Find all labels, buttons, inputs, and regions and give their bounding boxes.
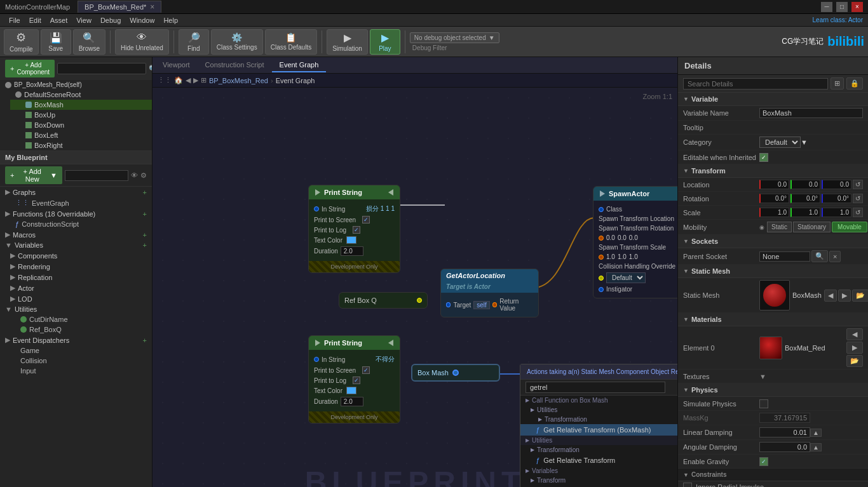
macros-add-btn[interactable]: +	[143, 231, 147, 239]
maximize-btn[interactable]: □	[836, 2, 848, 12]
static-btn[interactable]: Static	[767, 222, 792, 232]
game-item[interactable]: Game	[0, 345, 152, 356]
play-btn[interactable]: ▶ Play	[370, 29, 400, 55]
duration-input-1[interactable]	[341, 246, 363, 256]
menu-file[interactable]: File	[5, 17, 24, 24]
find-btn[interactable]: 🔎 Find	[179, 29, 209, 55]
functions-section[interactable]: ▶ Functions (18 Overridable) +	[0, 208, 152, 219]
dispatchers-add-btn[interactable]: +	[143, 337, 147, 344]
functions-add-btn[interactable]: +	[143, 210, 147, 218]
breadcrumb-home-icon[interactable]: 🏠	[174, 76, 183, 84]
get-actor-location-node[interactable]: GetActorLocation Target is Actor Target …	[440, 269, 539, 317]
menu-debug[interactable]: Debug	[97, 17, 125, 24]
tree-item-self[interactable]: BP_BoxMesh_Red(self)	[0, 80, 152, 90]
box-mash-node[interactable]: Box Mash	[411, 364, 500, 382]
utilities-section[interactable]: ▼ Utilities	[0, 304, 152, 314]
socket-search-btn[interactable]: 🔍	[811, 250, 828, 262]
ref-boxq-item[interactable]: Ref_BoxQ	[0, 324, 152, 335]
enable-gravity-cb[interactable]	[759, 457, 768, 466]
menu-asset[interactable]: Asset	[46, 17, 72, 24]
eye-icon[interactable]: 👁	[131, 171, 138, 179]
tab-close[interactable]: ×	[150, 3, 154, 11]
print-to-log-cb[interactable]	[353, 226, 360, 234]
mesh-back-btn[interactable]: ◀	[824, 290, 837, 302]
movable-btn[interactable]: Movable	[832, 222, 867, 232]
hide-unrelated-btn[interactable]: 👁 Hide Unrelated	[115, 29, 169, 55]
my-bp-search[interactable]	[65, 170, 128, 181]
parent-socket-input[interactable]	[759, 251, 810, 262]
menu-view[interactable]: View	[72, 17, 95, 24]
ac-get-rel-transform[interactable]: ƒ Get Relative Transform	[520, 455, 677, 466]
compile-btn[interactable]: ⚙ Compile	[4, 29, 39, 55]
menu-edit[interactable]: Edit	[25, 17, 45, 24]
mesh-open-btn[interactable]: 📂	[852, 290, 868, 302]
simulation-btn[interactable]: ▶ Simulation	[327, 29, 368, 55]
class-defaults-btn[interactable]: 📋 Class Defaults	[265, 29, 317, 55]
graphs-section[interactable]: ▶ Graphs +	[0, 187, 152, 197]
scale-reset-btn[interactable]: ↺	[853, 208, 863, 217]
details-search-input[interactable]	[683, 78, 828, 90]
ac-variables-group[interactable]: Variables	[520, 466, 677, 476]
details-expand-btn[interactable]: ⊞	[831, 77, 844, 90]
lod-section[interactable]: ▶ LOD	[0, 293, 152, 304]
loc-reset-btn[interactable]: ↺	[853, 180, 863, 189]
breadcrumb-root[interactable]: BP_BoxMesh_Red	[209, 77, 268, 84]
actor-section[interactable]: ▶ Actor	[0, 283, 152, 293]
variable-section-title[interactable]: Variable	[678, 93, 868, 106]
ac-transformation-subgroup-2[interactable]: Transformation	[520, 445, 677, 455]
macros-section[interactable]: ▶ Macros +	[0, 229, 152, 240]
mass-kg-input[interactable]	[759, 413, 810, 423]
category-select[interactable]: Default	[759, 137, 801, 148]
variables-add-btn[interactable]: +	[143, 241, 147, 249]
text-color-swatch[interactable]	[346, 236, 356, 244]
mat-back-btn[interactable]: ◀	[846, 328, 863, 340]
browse-btn[interactable]: 🔍 Browse	[73, 29, 105, 55]
socket-clear-btn[interactable]: ×	[829, 251, 841, 262]
duration-input-2[interactable]	[341, 397, 363, 406]
components-section[interactable]: ▶ Components	[0, 250, 152, 261]
viewport-tab[interactable]: Viewport	[155, 58, 198, 72]
mat-fwd-btn[interactable]: ▶	[846, 342, 863, 354]
debug-object-selector[interactable]: No debug object selected ▼	[410, 32, 499, 43]
linear-damping-up[interactable]: ▲	[810, 429, 822, 437]
menu-window[interactable]: Window	[126, 17, 158, 24]
minimize-btn[interactable]: ─	[821, 2, 832, 12]
stationary-btn[interactable]: Stationary	[793, 222, 831, 232]
construction-script-tab[interactable]: Construction Script	[198, 58, 272, 72]
menu-help[interactable]: Help	[159, 17, 182, 24]
ac-get-rel-transform-boxmash[interactable]: ƒ Get Relative Transform (BoxMash)	[520, 424, 677, 436]
tab-blueprint[interactable]: BP_BoxMesh_Red*	[85, 3, 146, 11]
details-lock-btn[interactable]: 🔒	[846, 77, 863, 90]
ref-box-q-node[interactable]: Ref Box Q	[339, 292, 428, 309]
ac-transformation-subgroup-1[interactable]: Transformation	[520, 415, 677, 424]
ac-utilities-group[interactable]: Utilities	[520, 436, 677, 445]
angular-damping-up[interactable]: ▲	[810, 443, 822, 451]
mat-open-btn[interactable]: 📂	[846, 355, 863, 367]
event-dispatchers-section[interactable]: ▶ Event Dispatchers +	[0, 335, 152, 345]
rendering-section[interactable]: ▶ Rendering	[0, 261, 152, 272]
angular-damping-input[interactable]	[759, 442, 810, 452]
ac-call-function-group[interactable]: Call Function on Box Mash	[520, 396, 677, 405]
breadcrumb-back-icon[interactable]: ◀	[186, 76, 191, 84]
collision-item[interactable]: Collision	[0, 356, 152, 366]
cutdirname-item[interactable]: CutDirName	[0, 314, 152, 324]
constraints-section-title[interactable]: Constraints	[678, 469, 868, 481]
print-to-screen-cb-2[interactable]	[362, 366, 370, 374]
variables-section[interactable]: ▼ Variables +	[0, 240, 152, 250]
replication-section[interactable]: ▶ Replication	[0, 272, 152, 283]
variable-name-input[interactable]	[759, 108, 863, 118]
add-new-btn[interactable]: + + Add New ▼	[5, 166, 62, 184]
graphs-add-btn[interactable]: +	[143, 189, 147, 196]
simulate-physics-cb[interactable]	[759, 399, 768, 408]
materials-section-title[interactable]: Materials	[678, 313, 868, 326]
print-string-node-1[interactable]: Print String In String 损分 1 1 1 Print to…	[308, 185, 400, 273]
sockets-section-title[interactable]: Sockets	[678, 235, 868, 248]
mesh-fwd-btn[interactable]: ▶	[838, 290, 851, 302]
class-settings-btn[interactable]: ⚙️ Class Settings	[211, 29, 263, 55]
event-graph-tab[interactable]: Event Graph	[272, 58, 327, 72]
collision-select[interactable]: Default	[606, 272, 646, 283]
tree-item-boxup[interactable]: BoxUp	[20, 110, 152, 120]
add-component-btn[interactable]: + + Add Component	[5, 60, 55, 77]
print-to-log-cb-2[interactable]	[353, 377, 360, 384]
breadcrumb-fwd-icon[interactable]: ▶	[193, 76, 198, 84]
